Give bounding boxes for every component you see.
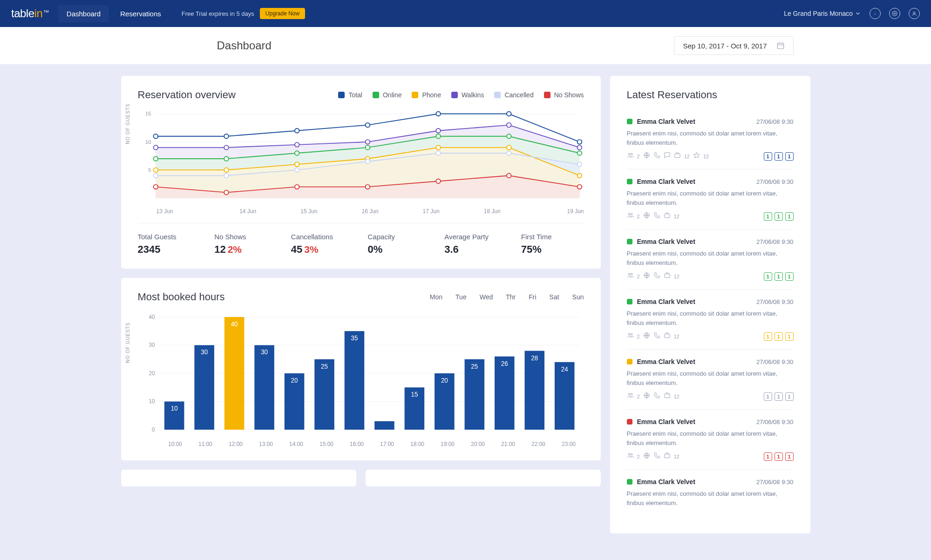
reservation-badge[interactable]: 1 [785, 332, 794, 341]
day-tab-tue[interactable]: Tue [455, 293, 467, 301]
nav-item-dashboard[interactable]: Dashboard [58, 5, 109, 22]
legend-item-phone[interactable]: Phone [412, 91, 441, 99]
svg-rect-106 [665, 274, 670, 277]
status-dot [627, 479, 632, 485]
logo[interactable]: tablein TM [11, 7, 49, 20]
svg-rect-88 [494, 357, 514, 430]
phone-icon [653, 452, 660, 461]
bar-chart[interactable]: 010203040103040302025353152025262824 [138, 314, 584, 435]
svg-text:25: 25 [321, 363, 328, 370]
reservation-badge[interactable]: 1 [775, 272, 783, 281]
svg-text:28: 28 [531, 354, 538, 361]
reservation-item[interactable]: Emma Clark Velvet 27/06/08 9:30 Praesent… [627, 229, 794, 290]
day-tab-thr[interactable]: Thr [506, 293, 516, 301]
svg-point-112 [631, 393, 632, 395]
nav-item-reservations[interactable]: Reservations [112, 5, 170, 22]
people-count: 2 [637, 214, 640, 219]
reservation-badges: 111 [764, 272, 794, 281]
logo-text-1: table [11, 7, 34, 20]
reservation-overview-card: Reservation overview TotalOnlinePhoneWal… [121, 76, 601, 269]
reservation-badge[interactable]: 1 [785, 272, 794, 281]
left-column: Reservation overview TotalOnlinePhoneWal… [121, 76, 601, 486]
svg-point-34 [577, 173, 582, 178]
x-label: 14:00 [281, 441, 312, 447]
reservation-item[interactable]: Emma Clark Velvet 27/06/08 9:30 Praesent… [627, 350, 794, 410]
reservation-badge[interactable]: 1 [775, 452, 783, 461]
day-tab-mon[interactable]: Mon [430, 293, 442, 301]
svg-point-108 [631, 333, 632, 335]
date-range-picker[interactable]: Sep 10, 2017 - Oct 9, 2017 [674, 36, 793, 55]
day-tab-wed[interactable]: Wed [480, 293, 493, 301]
main: Reservation overview TotalOnlinePhoneWal… [102, 65, 829, 545]
svg-point-115 [628, 453, 630, 455]
reservation-badge[interactable]: 1 [785, 212, 794, 221]
reservation-badge[interactable]: 1 [775, 392, 783, 401]
reservation-badge[interactable]: 1 [775, 332, 783, 341]
phone-icon [653, 152, 660, 161]
status-dot [627, 119, 632, 124]
reservation-item[interactable]: Emma Clark Velvet 27/06/08 9:30 Praesent… [627, 290, 794, 350]
reservation-badge[interactable]: 1 [764, 332, 772, 341]
x-label: 19:00 [433, 441, 463, 447]
nav: DashboardReservations [58, 5, 172, 22]
svg-rect-118 [665, 454, 670, 458]
svg-text:0: 0 [151, 426, 155, 432]
day-tab-sun[interactable]: Sun [572, 293, 584, 301]
stat-pct: 2% [228, 244, 242, 255]
reservation-desc: Praesent enim nisi, commodo sit dolar am… [627, 429, 794, 447]
day-tab-fri[interactable]: Fri [529, 293, 536, 301]
legend-item-no shows[interactable]: No Shows [544, 91, 584, 99]
status-dot [627, 359, 632, 364]
svg-text:35: 35 [351, 335, 358, 342]
day-tab-sat[interactable]: Sat [550, 293, 559, 301]
svg-point-54 [506, 173, 511, 178]
stat-value: 122% [214, 243, 277, 256]
reservation-badge[interactable]: 1 [785, 452, 794, 461]
user-icon[interactable] [909, 8, 920, 19]
legend-item-online[interactable]: Online [373, 91, 401, 99]
reservation-date: 27/06/08 9:30 [756, 358, 794, 365]
reservation-item[interactable]: Emma Clark Velvet 27/06/08 9:30 Praesent… [627, 470, 794, 520]
topbar: tablein TM DashboardReservations Free Tr… [0, 0, 931, 27]
reservation-badge[interactable]: 1 [785, 152, 794, 161]
legend-item-total[interactable]: Total [338, 91, 362, 99]
briefcase-icon [664, 392, 671, 401]
legend-item-cancelled[interactable]: Cancelled [494, 91, 533, 99]
calendar-icon [776, 41, 785, 50]
comment-icon [664, 152, 671, 161]
legend-item-walkins[interactable]: Walkins [451, 91, 484, 99]
reservation-badge[interactable]: 1 [764, 152, 772, 161]
svg-text:30: 30 [149, 342, 155, 348]
briefcase-count: 12 [674, 394, 680, 399]
reservation-item[interactable]: Emma Clark Velvet 27/06/08 9:30 Praesent… [627, 169, 794, 229]
reservation-badge[interactable]: 1 [764, 392, 772, 401]
stat-value: 0% [368, 243, 431, 256]
reservation-item[interactable]: Emma Clark Velvet 27/06/08 9:30 Praesent… [627, 109, 794, 169]
gear-icon[interactable] [889, 8, 900, 19]
line-chart[interactable]: 51015 [138, 109, 584, 202]
x-label: 12:00 [221, 441, 251, 447]
reservation-icons: 2 12 [627, 212, 680, 221]
phone-icon [653, 392, 660, 401]
account-switcher[interactable]: Le Grand Paris Monaco [784, 10, 861, 17]
people-count: 2 [637, 454, 640, 459]
empty-card-1 [121, 470, 356, 486]
svg-text:26: 26 [501, 360, 508, 367]
svg-text:20: 20 [441, 377, 448, 384]
reservation-badge[interactable]: 1 [764, 272, 772, 281]
svg-point-29 [224, 168, 229, 172]
reservation-badge[interactable]: 1 [775, 152, 783, 161]
svg-point-52 [365, 185, 370, 189]
reservation-item[interactable]: Emma Clark Velvet 27/06/08 9:30 Praesent… [627, 410, 794, 470]
svg-point-38 [365, 140, 370, 144]
info-icon[interactable] [870, 8, 881, 19]
reservation-badge[interactable]: 1 [764, 452, 772, 461]
upgrade-button[interactable]: Upgrade Now [260, 8, 305, 19]
reservation-badge[interactable]: 1 [785, 392, 794, 401]
reservation-badge[interactable]: 1 [764, 212, 772, 221]
reservation-badge[interactable]: 1 [775, 212, 783, 221]
svg-point-39 [436, 128, 441, 133]
svg-point-40 [506, 123, 511, 128]
most-booked-card: Most booked hours MonTueWedThrFriSatSun … [121, 278, 601, 460]
latest-reservations-card: Latest Reservations Emma Clark Velvet 27… [610, 76, 810, 533]
